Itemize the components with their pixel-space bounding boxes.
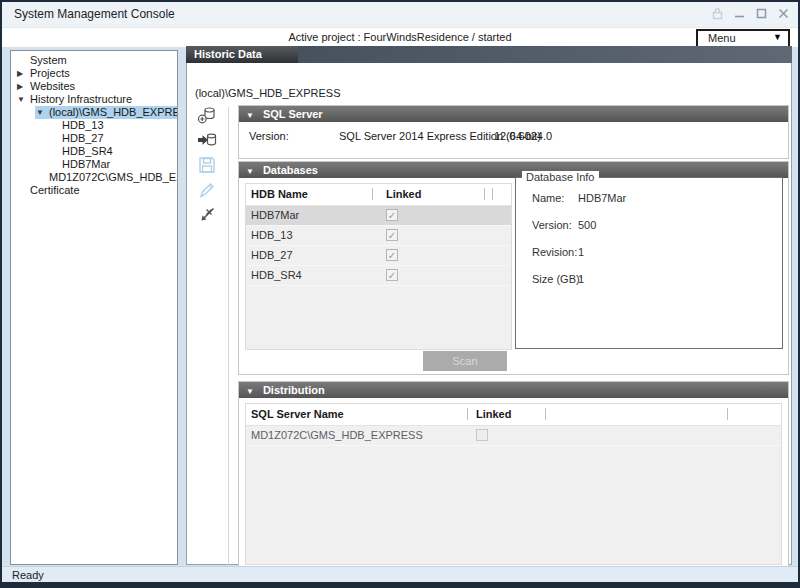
info-field-value: HDB7Mar [578,192,626,204]
sql-version-number: 12.0.6024.0 [494,130,552,142]
distribution-table-header: SQL Server Name Linked [246,404,781,426]
tree-item-certificate[interactable]: Certificate [11,184,177,197]
column-divider[interactable] [372,188,373,200]
row-name-label: HDB_27 [251,246,293,265]
tree-item-label: MD1Z072C\GMS_HDB_EXPRESS [49,171,178,184]
table-row-hdb-27[interactable]: HDB_27✓ [246,246,511,266]
close-button[interactable] [777,7,790,20]
collapse-triangle-icon: ▼ [246,167,254,176]
column-header-linked[interactable]: Linked [386,184,421,205]
databases-section-header[interactable]: ▼Databases [239,162,788,178]
tree-item-label: HDB_SR4 [62,145,117,158]
minimize-button[interactable] [733,7,746,20]
tree-item-system[interactable]: System [11,54,177,67]
attach-database-icon[interactable] [197,130,217,150]
databases-table: HDB Name Linked HDB7Mar✓HDB_13✓HDB_27✓HD… [245,183,512,350]
column-header-linked[interactable]: Linked [476,404,511,425]
info-field-name: Name:HDB7Mar [516,192,782,219]
tree-item-history-infrastructure[interactable]: ▼History Infrastructure [11,93,177,106]
tree-item-projects[interactable]: ▶Projects [11,67,177,80]
status-bar: Ready [2,566,798,583]
tree-item-md1z072c-gms-hdb-express[interactable]: MD1Z072C\GMS_HDB_EXPRESS [11,171,177,184]
tree-item-label: History Infrastructure [30,93,136,106]
side-toolbar [197,105,221,230]
row-name-label: HDB_13 [251,226,293,245]
column-divider[interactable] [484,188,485,200]
distribution-section-header[interactable]: ▼Distribution [239,382,788,398]
maximize-button[interactable] [755,7,768,20]
info-field-label: Size (GB): [532,273,583,285]
database-info-groupbox: Database Info Name:HDB7MarVersion:500Rev… [515,177,783,349]
linked-checkbox-checked[interactable]: ✓ [386,229,398,241]
save-icon[interactable] [197,155,217,175]
info-field-label: Name: [532,192,564,204]
tree-item-hdb-13[interactable]: HDB_13 [11,119,177,132]
tab-bar: Historic Data [186,46,792,63]
info-field-size-gb: Size (GB):1 [516,273,782,300]
info-field-version: Version:500 [516,219,782,246]
databases-table-body: HDB7Mar✓HDB_13✓HDB_27✓HDB_SR4✓ [246,206,511,286]
info-field-value: 500 [578,219,596,231]
chevron-down-icon[interactable]: ▼ [36,106,49,119]
chevron-down-icon[interactable]: ▼ [17,93,30,106]
tree-item-hdb-27[interactable]: HDB_27 [11,132,177,145]
collapse-triangle-icon: ▼ [246,111,254,120]
column-header-sql-server-name[interactable]: SQL Server Name [251,404,344,425]
table-row-hdb-13[interactable]: HDB_13✓ [246,226,511,246]
tree-item-hdb-sr4[interactable]: HDB_SR4 [11,145,177,158]
column-divider[interactable] [545,408,546,420]
scan-button[interactable]: Scan [423,351,507,371]
tab-historic-data[interactable]: Historic Data [186,46,298,63]
tree-item-label: System [30,54,71,67]
databases-table-header: HDB Name Linked [246,184,511,206]
version-label: Version: [249,130,289,142]
chevron-right-icon[interactable]: ▶ [17,80,30,93]
tree-item-hdb7mar[interactable]: HDB7Mar [11,158,177,171]
column-header-hdb-name[interactable]: HDB Name [251,184,308,205]
active-project-label: Active project : FourWindsResidence / st… [2,31,798,43]
sql-server-section-title: SQL Server [263,108,323,120]
sql-server-section-header[interactable]: ▼SQL Server [239,106,788,122]
edit-icon[interactable] [197,180,217,200]
lock-icon [711,7,724,20]
toolbar-separator [228,107,229,573]
chevron-right-icon[interactable]: ▶ [17,67,30,80]
table-row-hdb-sr4[interactable]: HDB_SR4✓ [246,266,511,286]
column-divider[interactable] [492,188,493,200]
menu-dropdown-label: Menu [708,32,736,44]
tree-item-label: HDB_27 [62,132,108,145]
add-database-icon[interactable] [197,105,217,125]
row-name-label: HDB7Mar [251,206,299,225]
info-field-label: Revision: [532,246,577,258]
column-divider[interactable] [727,408,728,420]
table-row-hdb7mar[interactable]: HDB7Mar✓ [246,206,511,226]
info-field-value: 1 [578,246,584,258]
info-field-label: Version: [532,219,572,231]
row-name-label: HDB_SR4 [251,266,302,285]
column-divider[interactable] [467,408,468,420]
navigation-tree: System▶Projects▶Websites▼History Infrast… [10,50,178,565]
tree-item-label: HDB_13 [62,119,108,132]
server-path-label: (local)\GMS_HDB_EXPRESS [195,87,341,99]
linked-checkbox-checked[interactable]: ✓ [386,209,398,221]
databases-section: ▼Databases HDB Name Linked HDB7Mar✓HDB_1… [238,161,789,375]
linked-checkbox-checked[interactable]: ✓ [386,269,398,281]
table-row-md1z072c-gms-hdb-express[interactable]: MD1Z072C\GMS_HDB_EXPRESS [246,426,781,446]
info-field-value: 1 [578,273,584,285]
tree-item-websites[interactable]: ▶Websites [11,80,177,93]
linked-checkbox-checked[interactable]: ✓ [386,249,398,261]
collapse-triangle-icon: ▼ [246,387,254,396]
window-title: System Management Console [14,7,175,21]
system-management-console-window: System Management Console Active project… [0,0,800,588]
title-bar: System Management Console [2,2,798,27]
tree-item-label: HDB7Mar [62,158,114,171]
tree-item-label: (local)\GMS_HDB_EXPRESS [49,106,178,119]
status-text: Ready [12,569,44,581]
tree-item-label: Certificate [30,184,84,197]
unlink-icon[interactable] [197,205,217,225]
database-info-legend: Database Info [522,171,599,183]
tree-item-local-gms-hdb-express[interactable]: ▼(local)\GMS_HDB_EXPRESS [11,106,177,119]
window-controls [711,7,790,20]
distribution-table-body: MD1Z072C\GMS_HDB_EXPRESS [246,426,781,446]
linked-checkbox-unchecked[interactable] [476,429,488,441]
